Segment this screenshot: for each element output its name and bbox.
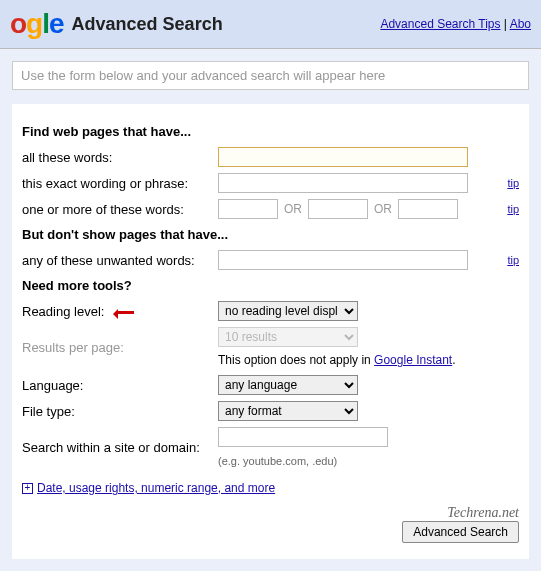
label-site: Search within a site or domain: bbox=[22, 440, 212, 455]
label-reading-level: Reading level: bbox=[22, 304, 212, 319]
label-language: Language: bbox=[22, 378, 212, 393]
tips-link[interactable]: Advanced Search Tips bbox=[380, 17, 500, 31]
input-all-words[interactable] bbox=[218, 147, 468, 167]
tools-heading: Need more tools? bbox=[22, 278, 519, 293]
row-language: Language: any language bbox=[22, 375, 519, 395]
or-text-2: OR bbox=[374, 202, 392, 216]
row-site-domain: Search within a site or domain: (e.g. yo… bbox=[22, 427, 519, 467]
row-unwanted: any of these unwanted words: tip bbox=[22, 250, 519, 270]
find-heading: Find web pages that have... bbox=[22, 124, 519, 139]
input-unwanted[interactable] bbox=[218, 250, 468, 270]
input-any-2[interactable] bbox=[308, 199, 368, 219]
label-unwanted: any of these unwanted words: bbox=[22, 253, 212, 268]
google-logo: ogle bbox=[10, 8, 64, 40]
watermark: Techrena.net bbox=[402, 505, 519, 521]
header-links: Advanced Search Tips | Abo bbox=[380, 17, 531, 31]
tip-exact[interactable]: tip bbox=[507, 177, 519, 189]
site-hint: (e.g. youtube.com, .edu) bbox=[218, 455, 337, 467]
label-exact-phrase: this exact wording or phrase: bbox=[22, 176, 212, 191]
label-rpp: Results per page: bbox=[22, 340, 212, 355]
instant-note: This option does not apply in Google Ins… bbox=[218, 353, 456, 367]
select-filetype[interactable]: any format bbox=[218, 401, 358, 421]
label-any-words: one or more of these words: bbox=[22, 202, 212, 217]
google-instant-link[interactable]: Google Instant bbox=[374, 353, 452, 367]
label-all-words: all these words: bbox=[22, 150, 212, 165]
header-bar: ogle Advanced Search Advanced Search Tip… bbox=[0, 0, 541, 49]
input-any-1[interactable] bbox=[218, 199, 278, 219]
plus-icon[interactable]: + bbox=[22, 483, 33, 494]
row-any-words: one or more of these words: OR OR tip bbox=[22, 199, 519, 219]
row-filetype: File type: any format bbox=[22, 401, 519, 421]
tip-any[interactable]: tip bbox=[507, 203, 519, 215]
form-panel: Find web pages that have... all these wo… bbox=[12, 104, 529, 559]
expand-section: + Date, usage rights, numeric range, and… bbox=[22, 481, 519, 495]
select-reading-level[interactable]: no reading level displ bbox=[218, 301, 358, 321]
row-exact-phrase: this exact wording or phrase: tip bbox=[22, 173, 519, 193]
row-all-words: all these words: bbox=[22, 147, 519, 167]
about-link[interactable]: Abo bbox=[510, 17, 531, 31]
red-arrow-icon bbox=[108, 307, 136, 317]
input-exact-phrase[interactable] bbox=[218, 173, 468, 193]
query-preview: Use the form below and your advanced sea… bbox=[12, 61, 529, 90]
advanced-search-button[interactable]: Advanced Search bbox=[402, 521, 519, 543]
form-container: Use the form below and your advanced sea… bbox=[0, 49, 541, 571]
row-results-per-page: Results per page: 10 results This option… bbox=[22, 327, 519, 367]
label-filetype: File type: bbox=[22, 404, 212, 419]
select-language[interactable]: any language bbox=[218, 375, 358, 395]
row-reading-level: Reading level: no reading level displ bbox=[22, 301, 519, 321]
expand-link[interactable]: Date, usage rights, numeric range, and m… bbox=[37, 481, 275, 495]
input-site[interactable] bbox=[218, 427, 388, 447]
exclude-heading: But don't show pages that have... bbox=[22, 227, 519, 242]
input-any-3[interactable] bbox=[398, 199, 458, 219]
tip-unwanted[interactable]: tip bbox=[507, 254, 519, 266]
select-rpp: 10 results bbox=[218, 327, 358, 347]
footer: Techrena.net Advanced Search bbox=[22, 505, 519, 543]
page-title: Advanced Search bbox=[72, 14, 381, 35]
or-text-1: OR bbox=[284, 202, 302, 216]
